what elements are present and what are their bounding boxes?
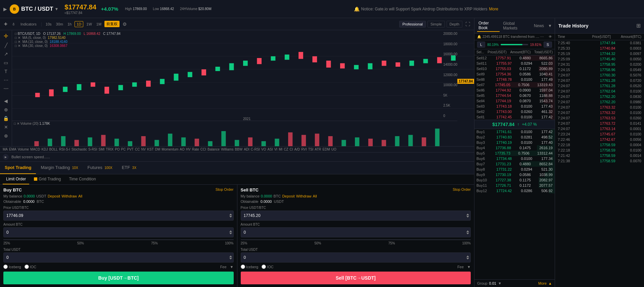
- sell-iceberg-label[interactable]: Iceberg: [241, 265, 259, 269]
- tech-macd[interactable]: MACD: [30, 148, 40, 151]
- buy-row-5[interactable]: Buy5 17735.73 0.7506 13312.44: [474, 151, 555, 156]
- buy-row-12[interactable]: Buy12 17724.42 0.0286 506.92: [474, 188, 555, 193]
- sell-pct-50[interactable]: 50%: [314, 241, 321, 245]
- sell-ioc-label[interactable]: IOC: [262, 265, 274, 269]
- magnet-icon[interactable]: ⊕: [4, 107, 8, 112]
- sell-row-6[interactable]: Sell6 17744.92 0.0900 1597.04: [474, 88, 555, 93]
- buy-amount-input[interactable]: [3, 227, 234, 237]
- sell-deposit-link[interactable]: Deposit: [282, 194, 294, 198]
- buy-row-2[interactable]: Buy2 17740.83 0.0281 498.52: [474, 134, 555, 140]
- sell-row-12[interactable]: Sell12 17757.91 0.4880 8665.86: [474, 55, 555, 61]
- order-tab-limit[interactable]: Limit Order: [3, 174, 29, 184]
- sell-row-10[interactable]: Sell10 17755.03 0.1172 2080.89: [474, 66, 555, 71]
- buy-amount-down[interactable]: [229, 233, 232, 234]
- sell-row-7[interactable]: Sell7 17745.05 0.7506 13319.43: [474, 82, 555, 88]
- crosshair-btn[interactable]: ✚: [3, 21, 9, 27]
- tech-stoch[interactable]: Stochastic: [72, 148, 87, 151]
- sell-pct-75[interactable]: 75%: [388, 241, 395, 245]
- tab-futures[interactable]: Futures 100X: [83, 162, 117, 174]
- sell-button[interactable]: Sell [BTC→USDT]: [241, 272, 471, 284]
- tech-ma[interactable]: MA: [3, 148, 8, 151]
- book-s-btn[interactable]: S: [544, 42, 552, 48]
- period-btn[interactable]: 前复权: [104, 21, 120, 27]
- buy-ioc-label[interactable]: IOC: [25, 265, 37, 269]
- notice-more-link[interactable]: More: [489, 7, 498, 11]
- delete-icon[interactable]: ✕: [4, 124, 8, 130]
- tech-kdj[interactable]: KDJ: [41, 148, 48, 151]
- tab-global-markets[interactable]: Global Markets: [502, 20, 531, 32]
- buy-row-3[interactable]: Buy3 17740.19 0.0100 177.40: [474, 140, 555, 145]
- buy-row-1[interactable]: Buy1 17741.61 0.0100 177.42: [474, 129, 555, 134]
- dropdown-arrow-panel[interactable]: ▼: [548, 23, 552, 28]
- buy-price-up[interactable]: [229, 214, 232, 215]
- arrow-icon[interactable]: ↗: [4, 51, 8, 57]
- buy-all-link[interactable]: All: [78, 194, 82, 198]
- tab-news[interactable]: News: [533, 22, 545, 29]
- sell-row-4[interactable]: Sell4 17744.19 0.0870 1543.74: [474, 98, 555, 104]
- sell-fee-dropdown[interactable]: ▼: [467, 265, 471, 269]
- tech-nv[interactable]: NV: [141, 148, 146, 151]
- tech-vi[interactable]: VI: [274, 148, 277, 151]
- tech-po[interactable]: PO: [115, 148, 120, 151]
- buy-pct-75[interactable]: 75%: [151, 241, 158, 245]
- buy-total-input[interactable]: [3, 252, 234, 263]
- pair-dropdown-icon[interactable]: ▼: [54, 7, 58, 11]
- buy-row-6[interactable]: Buy6 17734.48 0.0100 177.34: [474, 156, 555, 161]
- sell-row-8[interactable]: Sell8 17748.78 0.0100 177.49: [474, 77, 555, 82]
- tech-pc[interactable]: PC: [121, 148, 126, 151]
- notification-eye[interactable]: 👁: [549, 35, 552, 39]
- tab-etf[interactable]: ETF 3X: [117, 162, 141, 174]
- sell-fee-link[interactable]: Fee: [457, 265, 464, 269]
- sell-total-down[interactable]: [466, 258, 469, 260]
- candle-type-btn[interactable]: 🕯: [10, 21, 17, 27]
- sell-row-5[interactable]: Sell5 17744.54 0.0670 1188.88: [474, 93, 555, 98]
- sell-row-3[interactable]: Sell3 17743.18 0.0100 177.43: [474, 104, 555, 109]
- buy-fee-dropdown[interactable]: ▼: [230, 265, 234, 269]
- pair-name[interactable]: BTC / USDT: [21, 6, 53, 12]
- sell-pct-25[interactable]: 25%: [241, 241, 247, 245]
- buy-price-down[interactable]: [229, 216, 232, 218]
- tech-cci[interactable]: CCI: [200, 148, 206, 151]
- rect-icon[interactable]: ▭: [4, 60, 8, 65]
- time-1d[interactable]: 1D: [75, 21, 83, 27]
- buy-pct-25[interactable]: 25%: [3, 241, 10, 245]
- tech-crsi[interactable]: C-RSI: [251, 148, 260, 151]
- tab-orderbook[interactable]: Order Book: [477, 20, 500, 32]
- tech-momentum[interactable]: Momentum: [162, 148, 178, 151]
- wave-icon[interactable]: 〰: [4, 86, 8, 92]
- sell-price-up[interactable]: [466, 214, 469, 215]
- left-arrow-icon[interactable]: ◀: [4, 98, 8, 104]
- text-icon[interactable]: T: [4, 69, 7, 74]
- buy-pct-100[interactable]: 100%: [225, 241, 234, 245]
- history-settings-icon[interactable]: ⊞: [636, 22, 641, 29]
- more-label[interactable]: More: [538, 281, 547, 285]
- buy-price-input[interactable]: [3, 211, 234, 221]
- line-icon[interactable]: ╱: [5, 43, 7, 48]
- time-30m[interactable]: 30m: [55, 21, 64, 27]
- tech-uo[interactable]: UO: [331, 148, 336, 151]
- tab-margin-trading[interactable]: Margin Trading 10X: [36, 162, 83, 174]
- tech-vo[interactable]: VO: [261, 148, 266, 151]
- buy-amount-up[interactable]: [229, 230, 232, 232]
- buy-withdraw-link[interactable]: Withdraw: [61, 194, 77, 198]
- tech-boll[interactable]: BOLL: [49, 148, 58, 151]
- buy-total-up[interactable]: [229, 255, 232, 257]
- tech-williams[interactable]: Williams: [221, 148, 233, 151]
- buy-iceberg-radio[interactable]: [3, 265, 8, 269]
- order-tab-time[interactable]: Time Condition: [65, 174, 99, 184]
- buy-ioc-radio[interactable]: [25, 265, 29, 269]
- settings-icon-btn[interactable]: ⚙: [121, 21, 128, 27]
- buy-button[interactable]: Buy [USDT→BTC]: [3, 272, 234, 284]
- tech-ci[interactable]: CI: [290, 148, 293, 151]
- book-l-btn[interactable]: L: [477, 42, 485, 48]
- tech-atr[interactable]: ATR: [315, 148, 321, 151]
- tech-ema[interactable]: EMA: [9, 148, 16, 151]
- tech-rsi[interactable]: RSI-S-I: [59, 148, 70, 151]
- play-icon[interactable]: ▶: [3, 6, 7, 12]
- sell-ioc-radio[interactable]: [262, 265, 266, 269]
- tech-volume[interactable]: Volume: [18, 148, 29, 151]
- sell-price-input[interactable]: [241, 211, 471, 221]
- view-simple[interactable]: Simple: [427, 21, 445, 27]
- time-10s[interactable]: 10s: [44, 21, 53, 27]
- buy-stop-order[interactable]: Stop Order: [216, 187, 234, 192]
